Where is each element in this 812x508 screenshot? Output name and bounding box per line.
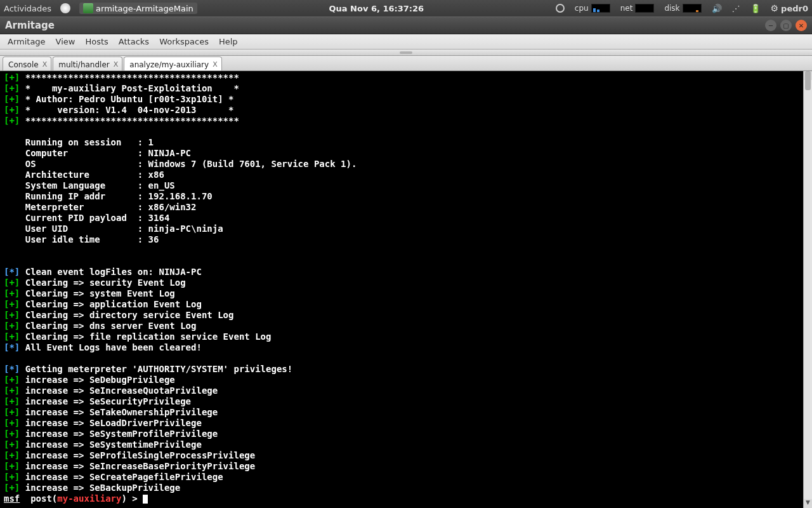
scroll-thumb[interactable] xyxy=(805,71,811,90)
menu-bar: Armitage View Hosts Attacks Workspaces H… xyxy=(0,34,812,50)
volume-icon[interactable]: 🔊 xyxy=(712,4,722,13)
taskbar-title: armitage-ArmitageMain xyxy=(96,4,193,13)
window-titlebar[interactable]: Armitage ─ ▢ ✕ xyxy=(0,17,812,34)
wifi-icon[interactable]: ⋰ xyxy=(732,4,740,13)
disk-indicator[interactable]: disk xyxy=(664,4,701,13)
close-icon[interactable]: X xyxy=(213,60,218,69)
menu-attacks[interactable]: Attacks xyxy=(115,36,153,48)
armitage-icon xyxy=(83,3,93,13)
activities-button[interactable]: Actividades xyxy=(4,4,51,13)
menu-workspaces[interactable]: Workspaces xyxy=(155,36,213,48)
cpu-indicator[interactable]: cpu xyxy=(575,4,610,13)
ubuntu-icon[interactable] xyxy=(60,3,70,13)
maximize-button[interactable]: ▢ xyxy=(780,20,792,31)
net-indicator[interactable]: net xyxy=(620,4,655,13)
scroll-down-icon[interactable]: ▼ xyxy=(804,499,812,508)
tab-my-auxiliary[interactable]: analyze/my-auxiliaryX xyxy=(124,57,221,70)
window-title: Armitage xyxy=(5,20,765,31)
accessibility-icon[interactable] xyxy=(556,4,565,13)
close-button[interactable]: ✕ xyxy=(796,20,807,31)
console-output[interactable]: [+] ************************************… xyxy=(0,71,803,508)
battery-icon[interactable]: 🔋 xyxy=(750,4,761,13)
close-icon[interactable]: X xyxy=(114,60,119,69)
panel-clock[interactable]: Qua Nov 6, 16:37:26 xyxy=(205,4,548,13)
tab-bar: ConsoleX multi/handlerX analyze/my-auxil… xyxy=(0,56,812,71)
tab-multi-handler[interactable]: multi/handlerX xyxy=(53,57,122,70)
menu-armitage[interactable]: Armitage xyxy=(4,36,49,48)
taskbar-app[interactable]: armitage-ArmitageMain xyxy=(79,3,197,14)
menu-help[interactable]: Help xyxy=(215,36,242,48)
gear-icon: ⚙ xyxy=(771,3,779,13)
menu-hosts[interactable]: Hosts xyxy=(81,36,112,48)
close-icon[interactable]: X xyxy=(43,60,48,69)
minimize-button[interactable]: ─ xyxy=(765,20,776,31)
split-handle[interactable] xyxy=(0,50,812,56)
text-cursor xyxy=(143,495,148,504)
menu-view[interactable]: View xyxy=(52,36,79,48)
user-menu[interactable]: ⚙pedr0 xyxy=(771,3,808,13)
tab-console[interactable]: ConsoleX xyxy=(3,57,51,70)
console-scrollbar[interactable]: ▲ ▼ xyxy=(803,71,812,508)
top-panel: Actividades armitage-ArmitageMain Qua No… xyxy=(0,0,812,17)
